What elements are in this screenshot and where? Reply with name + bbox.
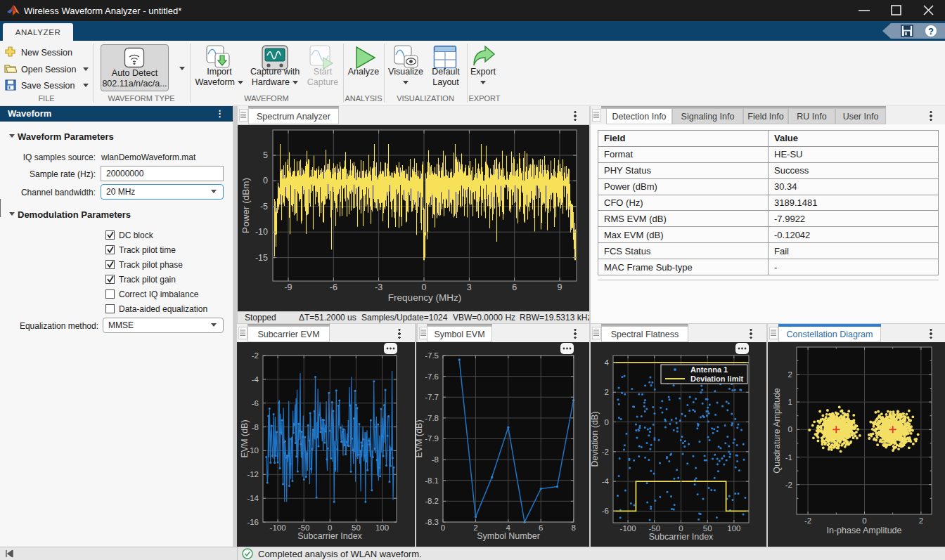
svg-text:-100: -100	[270, 523, 286, 532]
svg-text:Antenna 1: Antenna 1	[690, 365, 728, 374]
svg-text:-8.1: -8.1	[425, 476, 439, 485]
svg-text:Subcarrier Index: Subcarrier Index	[649, 532, 714, 542]
svg-text:-1: -1	[785, 453, 792, 462]
svg-text:8: 8	[571, 523, 575, 532]
svg-text:Quadrature Amplitude: Quadrature Amplitude	[772, 388, 782, 474]
svg-text:6: 6	[512, 282, 517, 292]
svg-text:-8: -8	[252, 423, 259, 431]
svg-text:3: 3	[467, 282, 472, 292]
svg-text:Deviation limit: Deviation limit	[690, 375, 744, 383]
svg-text:0: 0	[441, 523, 445, 532]
svg-text:Subcarrier Index: Subcarrier Index	[297, 531, 362, 541]
svg-text:100: 100	[727, 524, 740, 533]
svg-text:-3: -3	[375, 282, 382, 292]
svg-text:EVM (dB): EVM (dB)	[416, 419, 424, 457]
svg-text:9: 9	[558, 282, 562, 292]
svg-text:Power (dBm): Power (dBm)	[240, 178, 251, 233]
svg-text:-5: -5	[260, 202, 268, 211]
svg-text:-4: -4	[252, 375, 259, 384]
svg-text:-6: -6	[252, 399, 259, 408]
svg-text:0: 0	[422, 282, 427, 292]
svg-text:-7.5: -7.5	[425, 351, 439, 360]
svg-text:0: 0	[263, 176, 268, 185]
svg-text:-15: -15	[255, 253, 268, 263]
svg-text:-100: -100	[620, 524, 636, 533]
svg-text:EVM (dB): EVM (dB)	[240, 419, 250, 457]
svg-text:-2: -2	[804, 516, 811, 525]
svg-text:-12: -12	[247, 470, 259, 478]
svg-text:Symbol Number: Symbol Number	[477, 531, 540, 541]
svg-text:5: 5	[263, 150, 268, 160]
svg-text:Deviation (dB): Deviation (dB)	[591, 411, 600, 467]
svg-text:-2: -2	[252, 351, 259, 360]
svg-text:0: 0	[605, 418, 609, 426]
svg-text:-9: -9	[284, 282, 292, 292]
svg-text:100: 100	[375, 523, 389, 532]
svg-text:Frequency (MHz): Frequency (MHz)	[388, 292, 461, 303]
svg-text:1: 1	[788, 398, 792, 406]
svg-text:-7.7: -7.7	[425, 393, 439, 401]
svg-text:-6: -6	[330, 282, 338, 292]
svg-text:-2: -2	[785, 481, 792, 489]
svg-text:-8.2: -8.2	[425, 497, 439, 505]
svg-text:-6: -6	[602, 507, 609, 515]
svg-text:-7.9: -7.9	[425, 434, 439, 443]
svg-text:-14: -14	[247, 494, 259, 502]
svg-text:-8: -8	[432, 455, 439, 464]
svg-text:-7.6: -7.6	[425, 372, 439, 381]
svg-text:In-phase Amplitude: In-phase Amplitude	[826, 526, 901, 535]
svg-text:2: 2	[919, 516, 923, 525]
svg-text:0: 0	[788, 425, 792, 434]
svg-text:-10: -10	[255, 227, 268, 237]
svg-text:2: 2	[788, 370, 792, 379]
svg-text:?: ?	[928, 26, 934, 37]
svg-text:-4: -4	[602, 477, 610, 486]
svg-text:-16: -16	[247, 518, 259, 526]
svg-text:4: 4	[605, 358, 610, 367]
svg-text:-8.3: -8.3	[425, 518, 439, 526]
svg-text:0: 0	[862, 516, 866, 525]
svg-text:-7.8: -7.8	[425, 414, 439, 422]
svg-text:-2: -2	[602, 448, 609, 456]
svg-text:2: 2	[605, 388, 609, 396]
